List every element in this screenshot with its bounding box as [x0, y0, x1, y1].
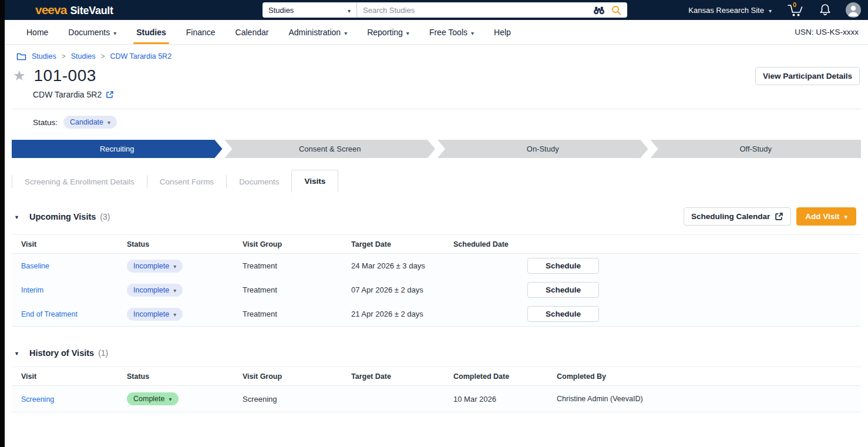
history-of-visits-count: (1) [98, 348, 108, 358]
product-name: SiteVault [70, 5, 113, 17]
cart-count-badge: 0 [793, 1, 796, 8]
cart-button[interactable]: 0 [786, 2, 805, 18]
schedule-button[interactable]: Schedule [527, 306, 599, 322]
search-scope-value: Studies [268, 6, 294, 15]
stage-consent-screen[interactable]: Consent & Screen [225, 140, 436, 158]
visit-group-cell: Treatment [243, 261, 351, 270]
view-participant-details-button[interactable]: View Participant Details [755, 67, 860, 85]
visit-status-dropdown[interactable]: Complete [127, 392, 179, 405]
chevron-down-icon [173, 286, 176, 294]
study-stage-bar: Recruiting Consent & Screen On-Study Off… [12, 140, 861, 158]
col-visit: Visit [21, 372, 127, 381]
nav-item-finance[interactable]: Finance [176, 20, 226, 44]
breadcrumb: Studies > Studies > CDW Tarardia 5R2 [16, 52, 868, 61]
site-selector[interactable]: Kansas Research Site [688, 6, 772, 15]
col-target-date: Target Date [351, 372, 453, 381]
tab-documents[interactable]: Documents [227, 171, 291, 193]
chevron-down-icon [344, 28, 347, 37]
tab-consent-forms[interactable]: Consent Forms [147, 171, 226, 193]
tab-screening-enrollment-details[interactable]: Screening & Enrollment Details [12, 171, 147, 193]
chevron-down-icon [348, 6, 351, 15]
stage-recruiting[interactable]: Recruiting [12, 140, 223, 158]
nav-item-help[interactable]: Help [484, 20, 521, 44]
table-row: End of Treatment Incomplete Treatment 21… [12, 302, 861, 326]
nav-item-home[interactable]: Home [16, 20, 58, 44]
search-icon[interactable] [611, 5, 621, 15]
external-link-icon [775, 212, 783, 221]
chevron-down-icon [169, 395, 172, 403]
global-search-bar: Studies [263, 2, 627, 18]
target-date-cell: 24 Mar 2026 ± 3 days [351, 261, 453, 270]
study-link[interactable]: CDW Tarardia 5R2 [33, 90, 102, 99]
col-completed-by: Completed By [557, 372, 861, 381]
col-status: Status [127, 240, 243, 248]
col-visit: Visit [21, 240, 127, 248]
visit-link[interactable]: Baseline [21, 262, 49, 270]
sitevault-logo[interactable]: veeva SiteVault [35, 3, 113, 17]
visit-group-cell: Treatment [243, 285, 351, 294]
upcoming-visits-table: Visit Status Visit Group Target Date Sch… [12, 234, 861, 327]
col-status: Status [127, 372, 243, 381]
chevron-down-icon [406, 28, 409, 37]
detail-tabs: Screening & Enrollment Details Consent F… [12, 170, 868, 193]
table-row: Interim Incomplete Treatment 07 Apr 2026… [12, 278, 861, 302]
search-scope-select[interactable]: Studies [263, 2, 356, 18]
table-header-row: Visit Status Visit Group Target Date Com… [12, 367, 861, 386]
chevron-down-icon [173, 310, 176, 318]
site-selector-value: Kansas Research Site [688, 6, 764, 15]
search-input[interactable] [357, 2, 593, 18]
breadcrumb-studies-root[interactable]: Studies [32, 52, 56, 61]
table-row: Baseline Incomplete Treatment 24 Mar 202… [12, 254, 861, 278]
external-link-icon[interactable] [106, 90, 114, 99]
stage-off-study[interactable]: Off-Study [651, 140, 862, 158]
visit-link[interactable]: Interim [21, 286, 43, 294]
upcoming-visits-count: (3) [100, 212, 110, 221]
person-icon [846, 2, 861, 18]
visit-status-dropdown[interactable]: Incomplete [127, 284, 183, 297]
schedule-button[interactable]: Schedule [527, 258, 599, 274]
scheduling-calendar-button[interactable]: Scheduling Calendar [684, 207, 791, 226]
status-value: Candidate [70, 118, 103, 126]
tab-visits[interactable]: Visits [291, 170, 338, 193]
notifications-button[interactable] [819, 3, 832, 17]
schedule-button[interactable]: Schedule [527, 282, 599, 298]
col-scheduled-date: Scheduled Date [453, 240, 527, 248]
nav-item-reporting[interactable]: Reporting [357, 20, 419, 44]
top-bar: veeva SiteVault Studies [0, 0, 868, 20]
upcoming-visits-title: Upcoming Visits [29, 212, 96, 221]
completed-by-cell: Christine Admin (VeevaID) [557, 395, 861, 403]
visit-status-dropdown[interactable]: Incomplete [127, 260, 183, 273]
nav-item-administration[interactable]: Administration [278, 20, 357, 44]
breadcrumb-studies[interactable]: Studies [71, 52, 96, 61]
status-label: Status: [33, 118, 58, 127]
favorite-star-icon[interactable] [13, 69, 26, 83]
collapse-caret-icon[interactable] [14, 349, 29, 357]
visit-status-dropdown[interactable]: Incomplete [127, 308, 183, 321]
history-of-visits-title: History of Visits [29, 348, 94, 358]
chevron-down-icon [769, 6, 772, 15]
target-date-cell: 21 Apr 2026 ± 2 days [351, 310, 453, 318]
col-visit-group: Visit Group [243, 372, 351, 381]
history-of-visits-table: Visit Status Visit Group Target Date Com… [12, 367, 861, 412]
chevron-down-icon [844, 212, 847, 221]
stage-on-study[interactable]: On-Study [438, 140, 648, 158]
nav-item-studies[interactable]: Studies [126, 20, 176, 44]
nav-item-calendar[interactable]: Calendar [226, 20, 279, 44]
nav-item-free-tools[interactable]: Free Tools [419, 20, 484, 44]
breadcrumb-current-study[interactable]: CDW Tarardia 5R2 [110, 52, 171, 61]
chevron-down-icon [471, 28, 474, 37]
usn-label: USN: US-KS-xxxx [795, 20, 868, 44]
breadcrumb-separator: > [62, 52, 66, 61]
col-visit-group: Visit Group [243, 240, 351, 248]
collapse-caret-icon[interactable] [14, 213, 29, 220]
binoculars-icon[interactable] [593, 6, 605, 15]
add-visit-button[interactable]: Add Visit [796, 207, 856, 226]
bell-icon [819, 3, 832, 17]
visit-link[interactable]: End of Treatment [21, 310, 78, 318]
table-row: Screening Complete Screening 10 Mar 2026… [12, 386, 861, 412]
status-dropdown[interactable]: Candidate [63, 116, 117, 129]
visit-link[interactable]: Screening [21, 395, 54, 404]
chevron-down-icon [113, 28, 116, 37]
nav-item-documents[interactable]: Documents [58, 20, 126, 44]
user-avatar[interactable] [846, 2, 861, 18]
